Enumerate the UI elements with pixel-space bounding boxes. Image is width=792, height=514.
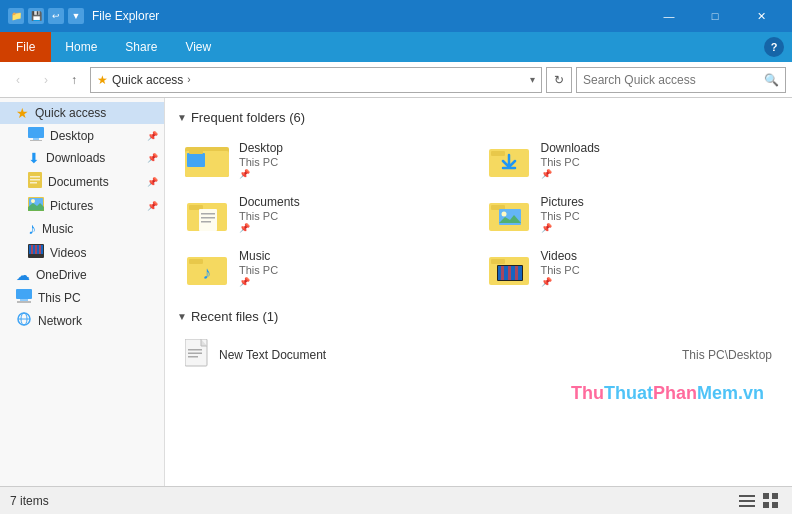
watermark-suffix: .vn xyxy=(738,383,764,403)
desktop-name: Desktop xyxy=(239,141,283,155)
recent-file-name: New Text Document xyxy=(219,348,672,362)
sidebar-network-label: Network xyxy=(38,314,158,328)
sidebar-item-documents[interactable]: Documents 📌 xyxy=(0,169,164,194)
title-bar-title: File Explorer xyxy=(92,9,646,23)
up-button[interactable]: ↑ xyxy=(62,68,86,92)
pictures-folder-info: Pictures This PC 📌 xyxy=(541,195,584,233)
address-dropdown-icon[interactable]: ▾ xyxy=(530,74,535,85)
pin-icon-pictures: 📌 xyxy=(147,201,158,211)
sidebar-item-this-pc[interactable]: This PC xyxy=(0,286,164,309)
desktop-folder-info: Desktop This PC 📌 xyxy=(239,141,283,179)
sidebar-item-videos[interactable]: Videos xyxy=(0,241,164,264)
sidebar-item-onedrive[interactable]: ☁ OneDrive xyxy=(0,264,164,286)
svg-rect-51 xyxy=(188,356,198,358)
help-button[interactable]: ? xyxy=(764,37,784,57)
documents-name: Documents xyxy=(239,195,300,209)
minimize-button[interactable]: — xyxy=(646,0,692,32)
main-layout: ★ Quick access Desktop 📌 ⬇ Downloads 📌 D… xyxy=(0,98,792,486)
sidebar-item-network[interactable]: Network xyxy=(0,309,164,332)
maximize-button[interactable]: □ xyxy=(692,0,738,32)
quick-access-icon: ★ xyxy=(16,105,29,121)
close-button[interactable]: ✕ xyxy=(738,0,784,32)
music-location: This PC xyxy=(239,264,278,276)
recent-files-section: ▼ Recent files (1) New Text Document Thi… xyxy=(177,309,780,375)
svg-rect-12 xyxy=(31,245,33,254)
title-bar: 📁 💾 ↩ ▼ File Explorer — □ ✕ xyxy=(0,0,792,32)
videos-location: This PC xyxy=(541,264,580,276)
downloads-location: This PC xyxy=(541,156,600,168)
onedrive-icon: ☁ xyxy=(16,267,30,283)
sidebar-item-downloads[interactable]: ⬇ Downloads 📌 xyxy=(0,147,164,169)
sidebar-this-pc-label: This PC xyxy=(38,291,158,305)
svg-rect-56 xyxy=(772,493,778,499)
downloads-folder-info: Downloads This PC 📌 xyxy=(541,141,600,179)
sidebar-item-desktop[interactable]: Desktop 📌 xyxy=(0,124,164,147)
videos-icon xyxy=(28,244,44,261)
sidebar-item-quick-access[interactable]: ★ Quick access xyxy=(0,102,164,124)
videos-folder-info: Videos This PC 📌 xyxy=(541,249,580,287)
address-star-icon: ★ xyxy=(97,73,108,87)
svg-rect-50 xyxy=(188,353,202,355)
documents-folder-info: Documents This PC 📌 xyxy=(239,195,300,233)
svg-rect-24 xyxy=(189,149,203,154)
videos-folder-icon xyxy=(487,249,531,287)
sidebar-documents-label: Documents xyxy=(48,175,141,189)
pin-icon-documents: 📌 xyxy=(147,177,158,187)
svg-rect-33 xyxy=(201,221,211,223)
recent-files-chevron[interactable]: ▼ xyxy=(177,311,187,322)
sidebar-item-pictures[interactable]: Pictures 📌 xyxy=(0,194,164,217)
app-icon-undo: ↩ xyxy=(48,8,64,24)
menu-file[interactable]: File xyxy=(0,32,51,62)
folder-videos[interactable]: Videos This PC 📌 xyxy=(479,243,781,293)
folder-downloads[interactable]: Downloads This PC 📌 xyxy=(479,135,781,185)
svg-rect-30 xyxy=(199,209,217,231)
svg-rect-47 xyxy=(515,266,518,280)
svg-rect-42 xyxy=(491,259,505,264)
back-button[interactable]: ‹ xyxy=(6,68,30,92)
recent-file-path: This PC\Desktop xyxy=(682,348,772,362)
pictures-location: This PC xyxy=(541,210,584,222)
svg-rect-49 xyxy=(188,349,202,351)
folder-grid: Desktop This PC 📌 Downloads xyxy=(177,135,780,293)
svg-rect-14 xyxy=(39,245,41,254)
menu-view[interactable]: View xyxy=(171,32,225,62)
address-bar[interactable]: ★ Quick access › ▾ xyxy=(90,67,542,93)
svg-rect-13 xyxy=(35,245,37,254)
music-folder-info: Music This PC 📌 xyxy=(239,249,278,287)
large-icons-view-button[interactable] xyxy=(760,490,782,512)
recent-file-item[interactable]: New Text Document This PC\Desktop xyxy=(177,334,780,375)
search-box: 🔍 xyxy=(576,67,786,93)
app-icon-save: 💾 xyxy=(28,8,44,24)
folder-music[interactable]: ♪ Music This PC 📌 xyxy=(177,243,479,293)
search-icon[interactable]: 🔍 xyxy=(764,73,779,87)
svg-rect-45 xyxy=(501,266,504,280)
address-chevron-icon: › xyxy=(187,74,190,85)
svg-rect-31 xyxy=(201,213,215,215)
details-view-button[interactable] xyxy=(736,490,758,512)
folder-desktop[interactable]: Desktop This PC 📌 xyxy=(177,135,479,185)
downloads-pin: 📌 xyxy=(541,169,600,179)
frequent-folders-chevron[interactable]: ▼ xyxy=(177,112,187,123)
search-input[interactable] xyxy=(583,73,760,87)
svg-rect-54 xyxy=(739,505,755,507)
svg-rect-1 xyxy=(33,138,39,140)
desktop-pin: 📌 xyxy=(239,169,283,179)
music-pin: 📌 xyxy=(239,277,278,287)
sidebar-item-music[interactable]: ♪ Music xyxy=(0,217,164,241)
sidebar-music-label: Music xyxy=(42,222,158,236)
title-bar-app-icons: 📁 💾 ↩ ▼ xyxy=(8,8,84,24)
menu-home[interactable]: Home xyxy=(51,32,111,62)
downloads-icon: ⬇ xyxy=(28,150,40,166)
watermark-thu: Thu xyxy=(571,383,604,403)
svg-rect-57 xyxy=(763,502,769,508)
menu-share[interactable]: Share xyxy=(111,32,171,62)
forward-button[interactable]: › xyxy=(34,68,58,92)
folder-documents[interactable]: Documents This PC 📌 xyxy=(177,189,479,239)
watermark-thuat: Thuat xyxy=(604,383,653,403)
refresh-button[interactable]: ↻ xyxy=(546,67,572,93)
folder-pictures[interactable]: Pictures This PC 📌 xyxy=(479,189,781,239)
desktop-icon xyxy=(28,127,44,144)
sidebar-downloads-label: Downloads xyxy=(46,151,141,165)
pictures-folder-icon xyxy=(487,195,531,233)
watermark-phan: Phan xyxy=(653,383,697,403)
